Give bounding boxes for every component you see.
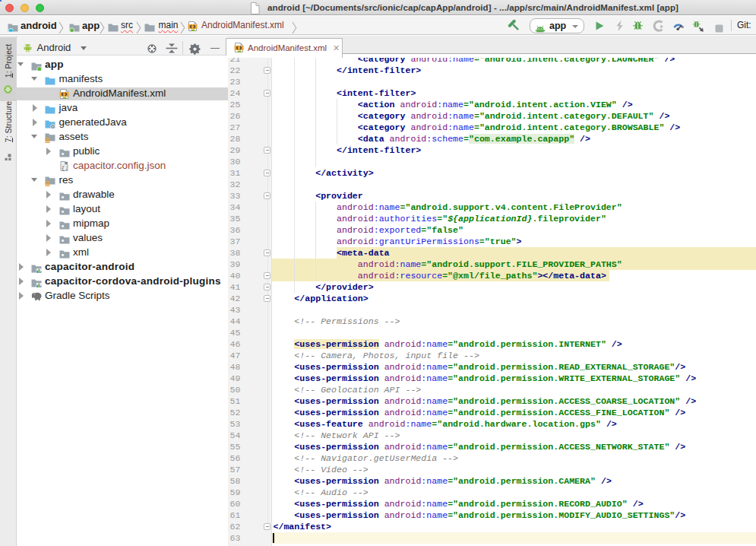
svg-text:{;: {;	[61, 164, 68, 171]
